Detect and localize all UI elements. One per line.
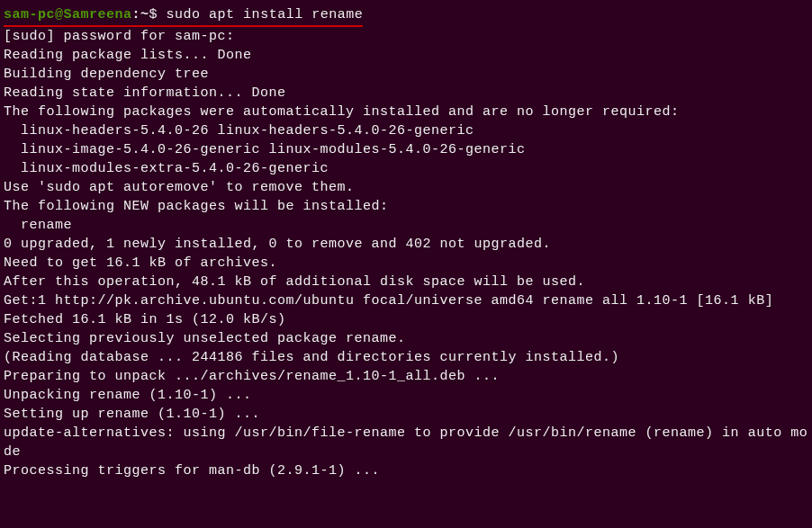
output-line: Use 'sudo apt autoremove' to remove them…: [4, 178, 808, 197]
output-line: Processing triggers for man-db (2.9.1-1)…: [4, 461, 808, 480]
prompt-at: @: [55, 7, 64, 22]
output-line: 0 upgraded, 1 newly installed, 0 to remo…: [4, 235, 808, 254]
output-line: Setting up rename (1.10-1) ...: [4, 405, 808, 424]
output-line: Building dependency tree: [4, 65, 808, 84]
output-line: Reading state information... Done: [4, 84, 808, 103]
prompt-dollar: $: [149, 7, 158, 22]
output-line: Preparing to unpack .../archives/rename_…: [4, 367, 808, 386]
output-line: After this operation, 48.1 kB of additio…: [4, 273, 808, 291]
command-underline: sam-pc@Samreena:~$ sudo apt install rena…: [4, 5, 363, 27]
output-line: Get:1 http://pk.archive.ubuntu.com/ubunt…: [4, 291, 808, 310]
output-line: The following NEW packages will be insta…: [4, 197, 808, 216]
output-line: Selecting previously unselected package …: [4, 329, 808, 348]
output-line: [sudo] password for sam-pc:: [4, 27, 808, 46]
prompt-colon: :: [132, 7, 141, 22]
output-line: update-alternatives: using /usr/bin/file…: [4, 424, 808, 461]
output-line: Unpacking rename (1.10-1) ...: [4, 386, 808, 405]
output-line: linux-image-5.4.0-26-generic linux-modul…: [4, 140, 808, 159]
prompt-host: Samreena: [64, 7, 132, 22]
prompt-user: sam-pc: [4, 7, 55, 22]
output-line: linux-modules-extra-5.4.0-26-generic: [4, 159, 808, 178]
output-line: (Reading database ... 244186 files and d…: [4, 348, 808, 367]
command-text: sudo apt install rename: [167, 7, 364, 22]
output-line: Reading package lists... Done: [4, 46, 808, 65]
output-line: Need to get 16.1 kB of archives.: [4, 254, 808, 273]
output-line: linux-headers-5.4.0-26 linux-headers-5.4…: [4, 121, 808, 140]
output-line: rename: [4, 216, 808, 235]
output-line: The following packages were automaticall…: [4, 103, 808, 121]
prompt-line: sam-pc@Samreena:~$ sudo apt install rena…: [4, 5, 808, 27]
terminal-output[interactable]: sam-pc@Samreena:~$ sudo apt install rena…: [4, 5, 808, 480]
output-line: Fetched 16.1 kB in 1s (12.0 kB/s): [4, 310, 808, 329]
prompt-path: ~: [140, 7, 149, 22]
